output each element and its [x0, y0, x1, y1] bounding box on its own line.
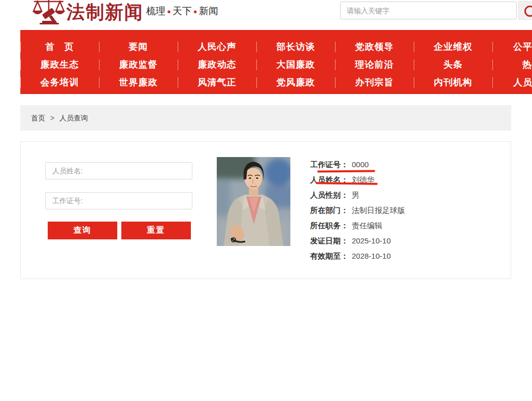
- gender-value: 男: [352, 191, 359, 199]
- nav-item-neikanjigou[interactable]: 内刊机构: [414, 74, 492, 91]
- nav-item-dangfenglianzheng[interactable]: 党风廉政: [256, 74, 335, 91]
- nav-item-qiyeweiquan[interactable]: 企业维权: [414, 38, 492, 56]
- nav-row-1: 首 页 要闻 人民心声 部长访谈 党政领导 企业维权 公平: [20, 38, 532, 56]
- tagline-part-2: 天下: [173, 5, 192, 18]
- nav-item-lianzhengjiandu[interactable]: 廉政监督: [99, 56, 178, 74]
- red-dot-icon: ●: [167, 8, 171, 15]
- red-marker-underline-work-id: [317, 170, 375, 173]
- scales-gavel-logo-icon[interactable]: [32, 0, 65, 24]
- nav-item-huiwupeixun[interactable]: 会务培训: [20, 74, 99, 91]
- nav-item-lianzhengshengtai[interactable]: 廉政生态: [20, 56, 99, 74]
- reset-button[interactable]: 重置: [121, 222, 191, 239]
- work-id-value: 0000: [352, 160, 369, 169]
- breadcrumb-current: 人员查询: [59, 114, 88, 122]
- nav-item-lianzhengdongtai[interactable]: 廉政动态: [178, 56, 256, 74]
- nav-item-home[interactable]: 首 页: [20, 38, 99, 56]
- nav-item-renyuan-clipped[interactable]: 人员: [492, 74, 532, 91]
- department-value: 法制日报足球版: [352, 206, 405, 214]
- detail-row-issue-date: 发证日期：2025-10-10: [310, 233, 405, 249]
- detail-row-expiry-date: 有效期至：2028-10-10: [310, 249, 405, 264]
- person-name-input[interactable]: [45, 162, 192, 179]
- keyword-search-input[interactable]: [340, 2, 517, 19]
- nav-item-toutiao[interactable]: 头条: [414, 56, 492, 74]
- breadcrumb: 首页 > 人员查询: [20, 105, 511, 131]
- work-id-input[interactable]: [45, 192, 192, 209]
- detail-row-gender: 人员性别：男: [310, 188, 405, 203]
- nav-row-3: 会务培训 世界廉政 风清气正 党风廉政 办刊宗旨 内刊机构 人员: [20, 74, 532, 91]
- search-button[interactable]: [518, 1, 532, 20]
- nav-row-2: 廉政生态 廉政监督 廉政动态 大国廉政 理论前沿 头条 热: [20, 56, 532, 74]
- search-icon: [524, 6, 532, 17]
- breadcrumb-separator: >: [50, 114, 54, 122]
- nav-item-yaowen[interactable]: 要闻: [99, 38, 178, 56]
- detail-row-department: 所在部门：法制日报足球版: [310, 203, 405, 218]
- breadcrumb-home-link[interactable]: 首页: [31, 114, 45, 122]
- nav-item-lilunqianyan[interactable]: 理论前沿: [335, 56, 414, 74]
- person-details: 工作证号：0000 人员姓名：刘德华 人员性别：男 所在部门：法制日报足球版 所…: [310, 157, 405, 264]
- nav-item-bankanzongzhi[interactable]: 办刊宗旨: [335, 74, 414, 91]
- main-navigation: 首 页 要闻 人民心声 部长访谈 党政领导 企业维权 公平 廉政生态 廉政监督 …: [20, 30, 532, 94]
- issue-date-value: 2025-10-10: [352, 236, 391, 245]
- expiry-date-value: 2028-10-10: [352, 252, 391, 260]
- tagline-part-3: 新闻: [199, 5, 218, 18]
- position-value: 责任编辑: [352, 221, 382, 230]
- site-tagline: 梳理 ● 天下 ● 新闻: [146, 4, 218, 18]
- site-logo-title[interactable]: 法制新闻: [66, 1, 144, 24]
- red-dot-icon: ●: [193, 8, 197, 15]
- personnel-query-card: 查询 重置: [20, 141, 511, 279]
- detail-row-position: 所任职务：责任编辑: [310, 218, 405, 233]
- detail-row-name: 人员姓名：刘德华: [310, 172, 405, 188]
- person-portrait-photo: [217, 157, 290, 246]
- nav-item-shijielianzheng[interactable]: 世界廉政: [99, 74, 178, 91]
- nav-item-dangzhenglingdao[interactable]: 党政领导: [335, 38, 414, 56]
- nav-item-buzhangfangtan[interactable]: 部长访谈: [256, 38, 335, 56]
- nav-item-fengqingqizheng[interactable]: 风清气正: [178, 74, 256, 91]
- tagline-part-1: 梳理: [146, 5, 165, 18]
- query-button[interactable]: 查询: [48, 222, 117, 239]
- nav-item-gongping-clipped[interactable]: 公平: [492, 38, 532, 56]
- nav-item-daguolianzheng[interactable]: 大国廉政: [256, 56, 335, 74]
- nav-item-re-clipped[interactable]: 热: [492, 56, 532, 74]
- nav-item-renminxinsheng[interactable]: 人民心声: [178, 38, 256, 56]
